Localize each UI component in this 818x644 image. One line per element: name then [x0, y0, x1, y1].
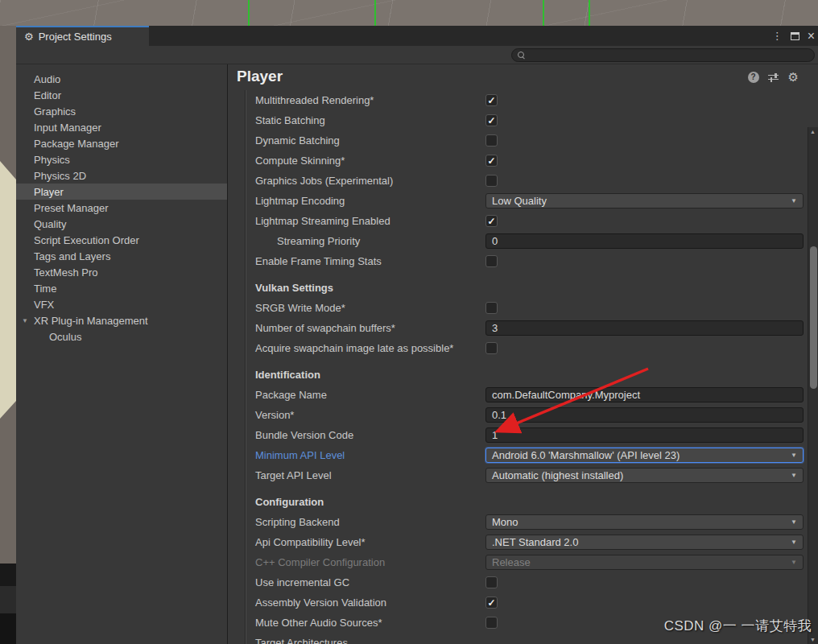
checkbox-graphics-jobs-experimental[interactable] [485, 175, 498, 187]
row-assembly-version-validation: Assembly Version Validation✓ [228, 592, 818, 613]
setting-label: Lightmap Streaming Enabled [228, 215, 485, 227]
scene-green-line [589, 0, 590, 26]
checkbox-mute-other-audio-sources[interactable] [485, 617, 498, 629]
sidebar-item-graphics[interactable]: Graphics [16, 103, 227, 119]
scroll-up-icon[interactable]: ▲ [810, 129, 816, 134]
setting-label: Acquire swapchain image late as possible… [228, 342, 485, 354]
row-use-incremental-gc: Use incremental GC [228, 572, 818, 592]
sidebar-item-vfx[interactable]: VFX [16, 296, 227, 312]
setting-control-area: 3 [485, 320, 818, 336]
dropdown-target-api-level[interactable]: Automatic (highest installed)▼ [485, 468, 804, 483]
gear-icon[interactable]: ⚙ [788, 71, 799, 83]
sidebar-item-tags-and-layers[interactable]: Tags and Layers [16, 248, 227, 264]
page-title: Player [237, 68, 283, 85]
dropdown-scripting-backend[interactable]: Mono▼ [485, 514, 804, 530]
setting-control-area: Automatic (highest installed)▼ [485, 468, 818, 483]
project-settings-window: ⚙ Project Settings ⋮ × AudioEditorGraphi… [16, 26, 818, 644]
tab-project-settings[interactable]: ⚙ Project Settings [16, 26, 149, 46]
checkbox-dynamic-batching[interactable] [485, 134, 498, 147]
sidebar-item-textmesh-pro[interactable]: TextMesh Pro [16, 264, 227, 280]
checkmark-icon: ✓ [487, 156, 495, 166]
setting-label: Version* [228, 409, 485, 421]
sidebar-item-time[interactable]: Time [16, 280, 227, 296]
checkbox-lightmap-streaming-enabled[interactable]: ✓ [485, 215, 498, 227]
checkbox-srgb-write-mode[interactable] [485, 302, 498, 314]
sidebar-item-xr-plug-in-management[interactable]: ▼XR Plug-in Management [16, 312, 227, 328]
checkbox-static-batching[interactable]: ✓ [485, 114, 498, 126]
dropdown-minimum-api-level[interactable]: Android 6.0 'Marshmallow' (API level 23)… [485, 448, 804, 463]
text-field-package-name[interactable]: com.DefaultCompany.Myproject [485, 387, 804, 402]
checkbox-assembly-version-validation[interactable]: ✓ [485, 597, 498, 609]
setting-label: Compute Skinning* [228, 155, 485, 167]
chevron-down-icon: ▼ [791, 472, 797, 479]
sidebar-item-quality[interactable]: Quality [16, 216, 227, 232]
dropdown-c-compiler-configuration: Release▼ [485, 555, 804, 570]
setting-control-area [485, 302, 818, 314]
sidebar-item-player[interactable]: Player [16, 184, 227, 200]
row-vulkan-settings: Vulkan Settings [228, 278, 818, 298]
checkbox-enable-frame-timing-stats[interactable] [485, 255, 498, 267]
setting-label: Assembly Version Validation [228, 597, 485, 609]
field-value: com.DefaultCompany.Myproject [492, 389, 640, 401]
setting-label: Streaming Priority [228, 235, 485, 247]
search-row [16, 46, 818, 64]
sidebar-item-editor[interactable]: Editor [16, 87, 227, 103]
sidebar-item-label: Editor [34, 89, 61, 101]
checkbox-compute-skinning[interactable]: ✓ [485, 155, 498, 167]
setting-control-area [485, 342, 818, 354]
sidebar-item-label: Graphics [34, 105, 76, 118]
section-header: Identification [228, 369, 320, 381]
checkmark-icon: ✓ [487, 96, 495, 105]
sidebar-item-input-manager[interactable]: Input Manager [16, 119, 227, 135]
checkbox-use-incremental-gc[interactable] [485, 576, 498, 588]
group-indent-line [245, 90, 246, 644]
window-menu-icon[interactable]: ⋮ [772, 31, 783, 41]
sidebar-item-label: TextMesh Pro [34, 266, 97, 279]
vertical-scrollbar[interactable]: ▲ ▼ [808, 127, 818, 644]
screenshot-stage: ⚙ Project Settings ⋮ × AudioEditorGraphi… [0, 0, 818, 644]
sidebar-item-script-execution-order[interactable]: Script Execution Order [16, 232, 227, 248]
dropdown-lightmap-encoding[interactable]: Low Quality▼ [485, 193, 804, 208]
sidebar-item-label: Tags and Layers [34, 250, 110, 262]
text-field-bundle-version-code[interactable]: 1 [485, 427, 804, 443]
sidebar-item-physics-2d[interactable]: Physics 2D [16, 167, 227, 184]
sidebar-item-preset-manager[interactable]: Preset Manager [16, 200, 227, 216]
setting-control-area: ✓ [485, 94, 818, 106]
search-input[interactable] [511, 48, 815, 62]
text-field-streaming-priority[interactable]: 0 [485, 233, 804, 249]
sidebar-item-label: Oculus [49, 331, 81, 343]
window-tab-bar: ⚙ Project Settings ⋮ × [16, 26, 818, 46]
checkbox-multithreaded-rendering[interactable]: ✓ [485, 94, 498, 106]
close-icon[interactable]: × [808, 30, 815, 43]
text-field-number-of-swapchain-buffers[interactable]: 3 [485, 320, 804, 336]
sidebar-item-label: Preset Manager [34, 202, 109, 214]
setting-control-area: 1 [485, 427, 818, 443]
maximize-icon[interactable] [791, 32, 799, 40]
dropdown-value: Release [492, 556, 531, 568]
scene-dark-band [0, 613, 16, 644]
row-lightmap-encoding: Lightmap EncodingLow Quality▼ [228, 191, 818, 211]
setting-control-area: Release▼ [485, 555, 818, 570]
row-minimum-api-level: Minimum API LevelAndroid 6.0 'Marshmallo… [228, 445, 818, 465]
player-settings-panel: Player ? ⚙ Multithreaded Rendering*✓Stat… [228, 64, 818, 644]
checkbox-acquire-swapchain-image-late-as-possible[interactable] [485, 342, 498, 354]
setting-label: Number of swapchain buffers* [228, 322, 485, 334]
help-icon[interactable]: ? [748, 72, 759, 83]
setting-label: Lightmap Encoding [228, 195, 485, 207]
scrollbar-thumb[interactable] [810, 246, 817, 389]
setting-label: Use incremental GC [228, 576, 485, 588]
sidebar-item-audio[interactable]: Audio [16, 71, 227, 87]
search-icon [518, 52, 526, 60]
row-identification: Identification [228, 365, 818, 385]
preset-icon[interactable] [768, 72, 779, 82]
setting-label: Enable Frame Timing Stats [228, 255, 485, 267]
sidebar-item-package-manager[interactable]: Package Manager [16, 135, 227, 151]
csdn-watermark: CSDN @一 一请艾特我 [664, 617, 812, 635]
checkmark-icon: ✓ [487, 598, 495, 608]
sidebar-item-oculus[interactable]: Oculus [16, 328, 227, 345]
scroll-down-icon[interactable]: ▼ [810, 637, 816, 642]
foldout-arrow-icon[interactable]: ▼ [22, 317, 28, 324]
text-field-version[interactable]: 0.1 [485, 407, 804, 423]
dropdown-api-compatibility-level[interactable]: .NET Standard 2.0▼ [485, 535, 804, 550]
sidebar-item-physics[interactable]: Physics [16, 151, 227, 167]
